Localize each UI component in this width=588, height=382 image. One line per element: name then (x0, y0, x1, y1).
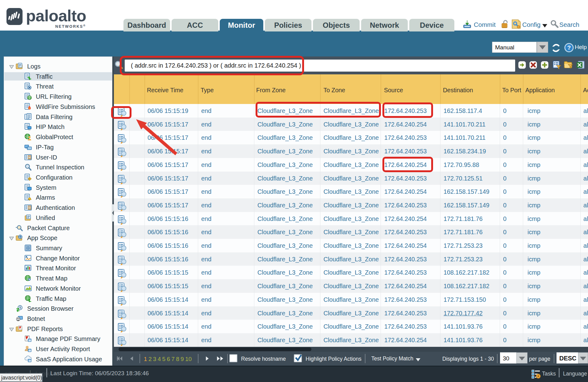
svg-text:?: ? (567, 44, 571, 51)
